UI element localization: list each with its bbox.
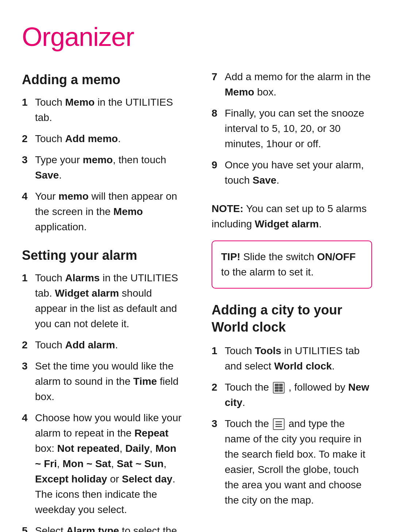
section-heading-worldclock: Adding a city to your World clock bbox=[212, 302, 372, 336]
page-title: Organizer bbox=[22, 22, 372, 52]
list-item: 4 Choose how you would like your alarm t… bbox=[22, 410, 182, 517]
list-item: 7 Add a memo for the alarm in the Memo b… bbox=[212, 69, 372, 100]
list-item: 4 Your memo will then appear on the scre… bbox=[22, 189, 182, 235]
list-item: 1 Touch Memo in the UTILITIES tab. bbox=[22, 95, 182, 125]
worldclock-list: 1 Touch Tools in UTILITIES tab and selec… bbox=[212, 343, 372, 508]
list-item: 9 Once you have set your alarm, touch Sa… bbox=[212, 157, 372, 188]
grid-icon bbox=[273, 382, 285, 394]
memo-list: 1 Touch Memo in the UTILITIES tab. 2 Tou… bbox=[22, 95, 182, 235]
right-column: 7 Add a memo for the alarm in the Memo b… bbox=[208, 69, 372, 532]
tip-box: TIP! Slide the switch ON/OFF to the alar… bbox=[212, 240, 372, 289]
list-icon bbox=[273, 418, 285, 430]
list-item: 1 Touch Alarms in the UTILITIES tab. Wid… bbox=[22, 270, 182, 332]
alarm-list: 1 Touch Alarms in the UTILITIES tab. Wid… bbox=[22, 270, 182, 532]
list-item: 1 Touch Tools in UTILITIES tab and selec… bbox=[212, 343, 372, 374]
left-column: Adding a memo 1 Touch Memo in the UTILIT… bbox=[22, 69, 186, 532]
list-item: 3 Set the time you would like the alarm … bbox=[22, 359, 182, 404]
list-item: 2 Touch Add alarm. bbox=[22, 337, 182, 353]
section-heading-alarm: Setting your alarm bbox=[22, 248, 182, 263]
list-item: 3 Touch the and type the name of the cit… bbox=[212, 416, 372, 508]
note-text: NOTE: You can set up to 5 alarms includi… bbox=[212, 201, 372, 232]
section-heading-memo: Adding a memo bbox=[22, 72, 182, 87]
list-item: 2 Touch the , followed by New city. bbox=[212, 380, 372, 410]
alarm-continued-list: 7 Add a memo for the alarm in the Memo b… bbox=[212, 69, 372, 188]
list-item: 5 Select Alarm type to select the type o… bbox=[22, 523, 182, 532]
list-item: 8 Finally, you can set the snooze interv… bbox=[212, 106, 372, 152]
list-item: 2 Touch Add memo. bbox=[22, 131, 182, 146]
list-item: 3 Type your memo, then touch Save. bbox=[22, 152, 182, 183]
